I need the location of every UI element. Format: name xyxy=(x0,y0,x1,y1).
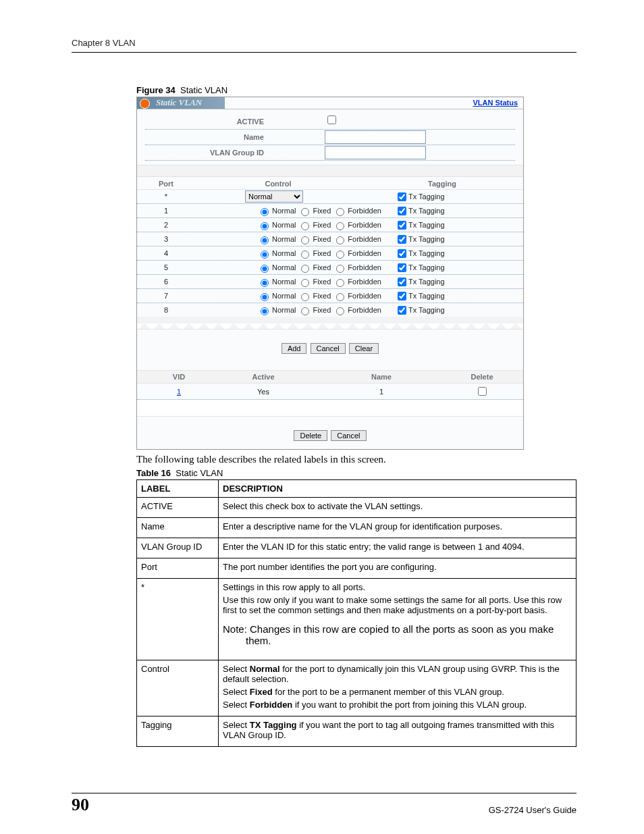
radio-forbidden[interactable] xyxy=(336,208,344,216)
radio-forbidden[interactable] xyxy=(336,279,344,287)
tx-tagging-checkbox[interactable] xyxy=(398,278,406,286)
tx-tagging-label: Tx Tagging xyxy=(408,261,445,274)
cancel-button[interactable]: Cancel xyxy=(311,343,346,354)
desc-cell: The port number identifies the port you … xyxy=(219,558,576,579)
radio-normal-label: Normal xyxy=(272,204,296,217)
label-cell: Port xyxy=(137,558,219,579)
button-row-1: Add Cancel Clear xyxy=(137,330,523,370)
port-number: 5 xyxy=(145,261,187,274)
button-row-2: Delete Cancel xyxy=(137,416,523,449)
radio-normal[interactable] xyxy=(261,251,269,259)
screenshot-panel: Static VLAN VLAN Status ACTIVE Name VLAN… xyxy=(136,97,524,450)
radio-normal-label: Normal xyxy=(272,303,296,317)
label-cell: VLAN Group ID xyxy=(137,538,219,558)
radio-forbidden[interactable] xyxy=(336,293,344,301)
vid-link[interactable]: 1 xyxy=(177,388,181,396)
port-star: * xyxy=(145,190,187,203)
desc-cell: Select this check box to activate the VL… xyxy=(219,498,576,518)
desc-cell: Enter the VLAN ID for this static entry;… xyxy=(219,538,576,558)
clear-button[interactable]: Clear xyxy=(349,343,379,354)
radio-normal-label: Normal xyxy=(272,218,296,232)
chapter-header: Chapter 8 VLAN xyxy=(72,38,576,53)
col-tagging: Tagging xyxy=(369,180,515,188)
cancel-button-2[interactable]: Cancel xyxy=(331,430,366,441)
radio-normal[interactable] xyxy=(261,279,269,287)
vlan-status-link[interactable]: VLAN Status xyxy=(473,97,518,109)
tx-tagging-label: Tx Tagging xyxy=(408,289,445,303)
control-select[interactable]: Normal xyxy=(245,190,303,203)
add-button[interactable]: Add xyxy=(281,343,307,354)
th-desc: DESCRIPTION xyxy=(219,480,576,498)
radio-normal[interactable] xyxy=(261,222,269,230)
tx-tagging-label: Tx Tagging xyxy=(408,246,445,260)
tx-tagging-checkbox[interactable] xyxy=(398,306,406,315)
radio-fixed[interactable] xyxy=(301,208,309,216)
tx-tagging-label: Tx Tagging xyxy=(408,204,445,217)
radio-fixed[interactable] xyxy=(301,236,309,244)
bullet-icon xyxy=(140,99,150,109)
port-number: 6 xyxy=(145,275,187,288)
lead-paragraph: The following table describes the relate… xyxy=(136,454,576,465)
col-control: Control xyxy=(187,180,369,188)
radio-forbidden[interactable] xyxy=(336,236,344,244)
radio-normal-label: Normal xyxy=(272,246,296,260)
port-number: 7 xyxy=(145,289,187,303)
label-cell: * xyxy=(137,579,219,660)
list-header: VID Active Name Delete xyxy=(137,370,523,384)
description-table: LABEL DESCRIPTION ACTIVESelect this chec… xyxy=(136,479,576,747)
radio-normal-label: Normal xyxy=(272,261,296,274)
figure-caption: Figure 34 Static VLAN xyxy=(136,85,576,95)
vlan-group-id-input[interactable] xyxy=(325,146,426,159)
port-row: 1 Normal Fixed ForbiddenTx Tagging xyxy=(137,204,523,218)
tx-tagging-checkbox[interactable] xyxy=(398,263,406,272)
tx-tagging-checkbox[interactable] xyxy=(398,207,406,215)
port-row: 4 Normal Fixed ForbiddenTx Tagging xyxy=(137,246,523,261)
tx-tagging-checkbox[interactable] xyxy=(398,221,406,230)
delete-button[interactable]: Delete xyxy=(294,430,327,441)
panel-title: Static VLAN xyxy=(137,97,225,109)
port-number: 8 xyxy=(145,303,187,317)
radio-normal-label: Normal xyxy=(272,275,296,288)
radio-fixed[interactable] xyxy=(301,293,309,301)
radio-normal[interactable] xyxy=(261,236,269,244)
tx-tagging-checkbox[interactable] xyxy=(398,292,406,301)
radio-fixed-label: Fixed xyxy=(313,218,331,232)
table-title: Static VLAN xyxy=(176,468,223,478)
name-input[interactable] xyxy=(325,130,426,144)
active-cell: Yes xyxy=(213,388,314,396)
radio-normal-label: Normal xyxy=(272,232,296,246)
tx-tagging-checkbox[interactable] xyxy=(398,249,406,258)
radio-forbidden[interactable] xyxy=(336,265,344,273)
port-row: 6 Normal Fixed ForbiddenTx Tagging xyxy=(137,275,523,289)
active-label: ACTIVE xyxy=(145,114,276,129)
delete-checkbox[interactable] xyxy=(478,387,487,396)
active-checkbox[interactable] xyxy=(327,115,336,124)
radio-fixed[interactable] xyxy=(301,251,309,259)
vlan-group-id-label: VLAN Group ID xyxy=(145,145,276,160)
page-number: 90 xyxy=(72,795,89,815)
radio-normal[interactable] xyxy=(261,307,269,315)
col-name: Name xyxy=(314,373,449,381)
desc-cell: Enter a descriptive name for the VLAN gr… xyxy=(219,518,576,538)
radio-forbidden[interactable] xyxy=(336,222,344,230)
radio-forbidden[interactable] xyxy=(336,307,344,315)
radio-normal[interactable] xyxy=(261,265,269,273)
label-cell: Tagging xyxy=(137,716,219,747)
radio-fixed[interactable] xyxy=(301,307,309,315)
tx-tagging-checkbox[interactable] xyxy=(398,235,406,244)
radio-normal[interactable] xyxy=(261,208,269,216)
radio-fixed-label: Fixed xyxy=(313,275,331,288)
radio-normal[interactable] xyxy=(261,293,269,301)
radio-fixed-label: Fixed xyxy=(313,303,331,317)
th-label: LABEL xyxy=(137,480,219,498)
port-row: 5 Normal Fixed ForbiddenTx Tagging xyxy=(137,261,523,275)
tx-tagging-checkbox[interactable] xyxy=(398,192,406,201)
radio-fixed[interactable] xyxy=(301,279,309,287)
radio-fixed[interactable] xyxy=(301,222,309,230)
radio-forbidden[interactable] xyxy=(336,251,344,259)
port-number: 1 xyxy=(145,204,187,217)
radio-fixed[interactable] xyxy=(301,265,309,273)
port-row: 2 Normal Fixed ForbiddenTx Tagging xyxy=(137,218,523,232)
port-row: 8 Normal Fixed ForbiddenTx Tagging xyxy=(137,303,523,317)
name-cell: 1 xyxy=(314,388,449,396)
